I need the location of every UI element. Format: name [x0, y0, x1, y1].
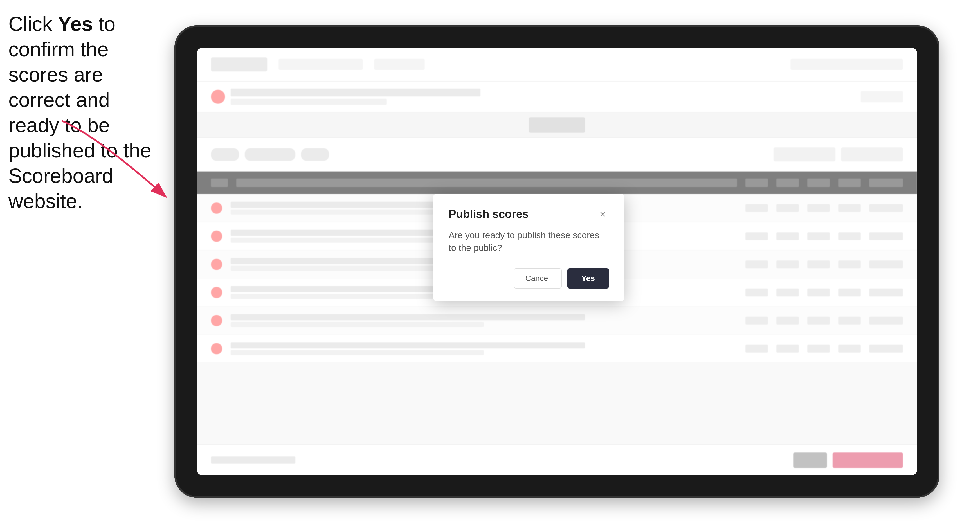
modal-overlay: Publish scores × Are you ready to publis…: [197, 48, 917, 475]
tablet-device: Publish scores × Are you ready to publis…: [174, 25, 940, 498]
dialog-title: Publish scores: [449, 208, 529, 221]
dialog-header: Publish scores ×: [449, 208, 609, 221]
tablet-screen: Publish scores × Are you ready to publis…: [197, 48, 917, 475]
dialog-footer: Cancel Yes: [449, 268, 609, 289]
dialog-body: Are you ready to publish these scores to…: [449, 229, 609, 254]
dialog-close-button[interactable]: ×: [596, 208, 609, 221]
cancel-button[interactable]: Cancel: [514, 268, 562, 289]
instruction-text: Click Yes to confirm the scores are corr…: [8, 11, 158, 214]
bold-yes: Yes: [58, 13, 93, 35]
publish-scores-dialog: Publish scores × Are you ready to publis…: [433, 194, 624, 301]
yes-button[interactable]: Yes: [567, 268, 609, 289]
